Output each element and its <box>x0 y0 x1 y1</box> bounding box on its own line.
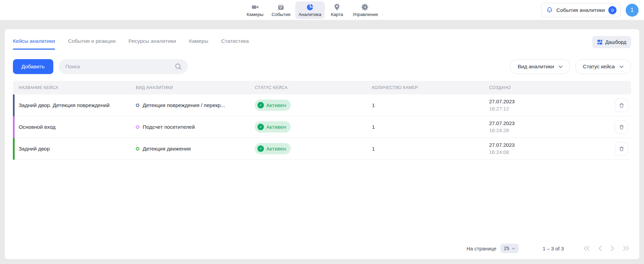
tab-analytics-cases[interactable]: Кейсы аналитики <box>13 38 55 50</box>
delete-case-button[interactable] <box>615 99 628 112</box>
video-camera-icon <box>251 3 259 11</box>
case-name: Задний двор <box>13 146 130 152</box>
dashboard-button-label: Дашборд <box>605 39 626 45</box>
topbar-right: События аналитики 0 1 <box>541 0 639 20</box>
map-pin-icon <box>333 3 341 11</box>
created-time: 16:24:28 <box>489 127 606 134</box>
nav-label: Управление <box>353 12 378 17</box>
add-case-button[interactable]: Добавить <box>13 59 53 74</box>
analytics-type-ring-icon <box>136 147 139 151</box>
tab-events-reactions[interactable]: События и реакции <box>68 38 115 50</box>
case-color-bar <box>13 138 15 160</box>
table-row[interactable]: Задний двор Детекция движения ✓ Активен … <box>13 138 631 160</box>
pager-controls <box>583 245 630 251</box>
status-label: Активен <box>266 124 286 130</box>
tab-analytics-resources[interactable]: Ресурсы аналитики <box>128 38 176 50</box>
analytics-type-ring-icon <box>136 104 139 107</box>
check-circle-icon: ✓ <box>257 102 264 108</box>
row-actions <box>606 99 631 112</box>
pagination: На странице 25 1 – 3 of 3 <box>5 244 639 259</box>
analytics-type-filter-label: Вид аналитики <box>518 64 554 70</box>
page-range-label: 1 – 3 of 3 <box>542 246 564 251</box>
status-label: Активен <box>266 102 286 108</box>
table-header: Название кейса Вид аналитики Статус кейс… <box>13 81 631 94</box>
header-case-status: Статус кейса <box>249 85 366 90</box>
analytics-events-button[interactable]: События аналитики 0 <box>541 3 621 17</box>
chevron-right-icon <box>610 245 615 251</box>
chevron-down-icon <box>512 247 515 250</box>
table-row[interactable]: Задний двор. Детекция повреждений Детекц… <box>13 94 631 116</box>
created-date: 27.07.2023 <box>489 120 606 127</box>
cases-table: Название кейса Вид аналитики Статус кейс… <box>13 81 631 160</box>
trash-icon <box>619 124 625 130</box>
analytics-type-label: Детекция повреждения / перекр... <box>143 102 225 108</box>
check-circle-icon: ✓ <box>257 145 264 152</box>
nav-item-map[interactable]: Карта <box>326 1 348 19</box>
case-status-cell: ✓ Активен <box>249 100 366 111</box>
nav-item-events[interactable]: События <box>268 1 294 19</box>
toolbar: Добавить Вид аналитики Статус кейса <box>5 52 639 74</box>
first-page-button[interactable] <box>583 245 590 251</box>
nav-item-cameras[interactable]: Камеры <box>243 1 267 19</box>
previous-page-button[interactable] <box>598 245 603 251</box>
per-page-value: 25 <box>504 246 509 251</box>
dashboard-grid-icon <box>597 39 603 45</box>
gear-icon <box>361 3 369 11</box>
double-chevron-left-icon <box>583 245 590 251</box>
created-time: 16:24:08 <box>489 149 606 156</box>
status-badge: ✓ Активен <box>255 100 291 111</box>
created-cell: 27.07.2023 16:24:08 <box>483 142 606 156</box>
dashboard-button[interactable]: Дашборд <box>592 36 631 48</box>
created-cell: 27.07.2023 16:27:12 <box>483 98 606 112</box>
analytics-type-cell: Детекция повреждения / перекр... <box>130 102 249 108</box>
chevron-down-icon <box>619 64 624 69</box>
filters: Вид аналитики Статус кейса <box>510 59 631 74</box>
case-status-cell: ✓ Активен <box>249 143 366 154</box>
tabs-row: Кейсы аналитики События и реакции Ресурс… <box>5 29 639 52</box>
nav-label: Карта <box>331 12 343 17</box>
header-analytics-type: Вид аналитики <box>130 85 249 90</box>
created-time: 16:27:12 <box>489 105 606 112</box>
per-page-select[interactable]: 25 <box>500 244 519 253</box>
search-input[interactable] <box>59 59 188 74</box>
status-badge: ✓ Активен <box>255 121 291 133</box>
double-chevron-right-icon <box>622 245 630 251</box>
status-badge: ✓ Активен <box>255 143 291 154</box>
header-created: Создано <box>483 85 606 90</box>
bell-icon <box>546 7 553 14</box>
case-color-bar <box>13 116 15 138</box>
nav-item-analytics[interactable]: Аналитика <box>295 1 325 19</box>
analytics-panel: Кейсы аналитики События и реакции Ресурс… <box>5 29 639 259</box>
events-count-badge: 0 <box>608 6 616 14</box>
analytics-type-label: Детекция движения <box>143 146 191 152</box>
tab-statistics[interactable]: Статистика <box>221 38 249 50</box>
case-status-filter[interactable]: Статус кейса <box>575 59 631 74</box>
next-page-button[interactable] <box>610 245 615 251</box>
last-page-button[interactable] <box>622 245 630 251</box>
trash-icon <box>619 102 625 108</box>
created-date: 27.07.2023 <box>489 98 606 105</box>
nav-label: События <box>271 12 290 17</box>
nav-label: Камеры <box>247 12 263 17</box>
delete-case-button[interactable] <box>615 120 628 134</box>
case-status-cell: ✓ Активен <box>249 121 366 133</box>
table-row[interactable]: Основной вход Подсчет посетителей ✓ Акти… <box>13 116 631 138</box>
header-case-name: Название кейса <box>13 85 130 90</box>
row-actions <box>606 120 631 134</box>
per-page-label: На странице <box>466 246 496 251</box>
tab-cameras[interactable]: Камеры <box>189 38 208 50</box>
user-avatar[interactable]: 1 <box>626 4 639 17</box>
status-label: Активен <box>266 146 286 152</box>
case-color-bar <box>13 94 15 116</box>
analytics-events-label: События аналитики <box>556 7 605 13</box>
chevron-left-icon <box>598 245 603 251</box>
camera-count: 1 <box>366 124 483 130</box>
chevron-down-icon <box>558 64 563 69</box>
case-status-filter-label: Статус кейса <box>583 64 615 70</box>
analytics-type-filter[interactable]: Вид аналитики <box>510 59 570 74</box>
calendar-check-icon <box>277 3 285 11</box>
analytics-type-cell: Детекция движения <box>130 146 249 152</box>
nav-item-management[interactable]: Управление <box>349 1 381 19</box>
delete-case-button[interactable] <box>615 142 628 156</box>
search-icon[interactable] <box>174 63 182 72</box>
